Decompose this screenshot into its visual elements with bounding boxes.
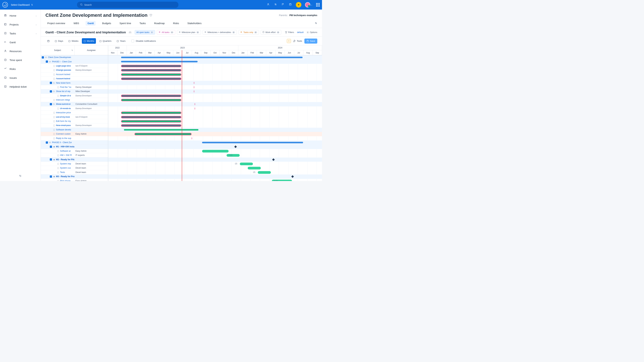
task-row[interactable]: ▢TestsDevel team bbox=[41, 170, 108, 174]
gantt-summary-bar[interactable] bbox=[124, 129, 198, 131]
task-subject[interactable]: Software ar bbox=[60, 150, 71, 152]
task-subject[interactable]: UI needs to bbox=[60, 107, 71, 110]
flag-icon[interactable] bbox=[281, 3, 285, 6]
gantt-row[interactable] bbox=[108, 174, 322, 179]
task-subject[interactable]: Tests bbox=[60, 171, 65, 173]
task-subject[interactable]: PHASE II - Client Zor bbox=[52, 141, 72, 144]
task-subject[interactable]: Account locked bbox=[56, 73, 70, 76]
task-row[interactable]: −🗀Show list of repMike Developer bbox=[41, 89, 108, 93]
collapse-toggle[interactable]: − bbox=[46, 141, 48, 144]
sidebar-item-tasks[interactable]: Tasks⌄ bbox=[0, 29, 40, 38]
task-row[interactable]: ▢Change passwoDanny Developer bbox=[41, 68, 108, 72]
collapse-toggle[interactable]: − bbox=[50, 158, 52, 161]
timescale-days[interactable]: Days bbox=[53, 38, 65, 44]
sliders-icon[interactable] bbox=[274, 3, 278, 6]
gantt-row[interactable] bbox=[108, 89, 322, 93]
gantt-task-bar[interactable] bbox=[121, 124, 181, 127]
sidebar-item-helpdesk-ticket[interactable]: Helpdesk ticket bbox=[0, 82, 40, 91]
task-row[interactable]: ▢Login page desiIan IT Expert bbox=[41, 64, 108, 68]
add-button[interactable]: + bbox=[296, 2, 301, 7]
disable-notifications-checkbox[interactable] bbox=[131, 39, 134, 42]
task-row[interactable]: ▢Account locked bbox=[41, 72, 108, 77]
gantt-task-bar[interactable] bbox=[248, 167, 261, 169]
gantt-task-bar[interactable] bbox=[121, 116, 181, 118]
gantt-timeline[interactable]: 202220232024 NovDecJanFebMarAprMayJunJul… bbox=[108, 45, 322, 181]
collapse-toggle[interactable]: − bbox=[50, 82, 52, 84]
apps-grid-icon[interactable] bbox=[316, 3, 320, 6]
filter-chip-all-tasks[interactable]: All tasks0 bbox=[157, 30, 175, 34]
task-subject[interactable]: Intercom integr bbox=[56, 99, 70, 101]
gantt-row[interactable] bbox=[108, 85, 322, 89]
task-row[interactable]: −⊘Client Zone Developmen bbox=[41, 55, 108, 59]
task-subject[interactable]: M1 - HW+SW installed bbox=[56, 145, 74, 148]
gantt-row[interactable] bbox=[108, 106, 322, 111]
sidebar-item-issues[interactable]: Issues bbox=[0, 73, 40, 82]
collapse-toggle[interactable]: − bbox=[50, 103, 52, 105]
gantt-row[interactable] bbox=[108, 158, 322, 162]
timescale-weeks[interactable]: Weeks bbox=[66, 38, 80, 44]
task-row[interactable]: ▢Simple UI dDanny Developer bbox=[41, 94, 108, 98]
collapse-toggle[interactable]: − bbox=[46, 60, 48, 63]
filter-chip-all-open-tasks[interactable]: All open tasks0 bbox=[135, 30, 155, 34]
task-row[interactable]: −🗀New ticket form bbox=[41, 81, 108, 85]
gantt-summary-bar[interactable] bbox=[121, 61, 198, 62]
sidebar-item-resources[interactable]: Resources bbox=[0, 47, 40, 56]
task-subject[interactable]: Pilot phase bbox=[60, 180, 70, 181]
collapse-toggle[interactable]: − bbox=[50, 175, 52, 178]
task-row[interactable]: ▢New email passDanny Developer bbox=[41, 123, 108, 128]
gantt-marker[interactable] bbox=[194, 86, 194, 88]
favorite-icon[interactable]: ♡ bbox=[150, 13, 152, 17]
task-row[interactable]: −⊘PHASE II - Client Zor bbox=[41, 140, 108, 145]
gantt-marker[interactable] bbox=[194, 82, 194, 84]
tabs-settings-icon[interactable] bbox=[314, 22, 317, 25]
gantt-task-bar[interactable] bbox=[121, 73, 181, 76]
task-subject[interactable]: Edit form for my bbox=[56, 120, 71, 122]
task-row[interactable]: ▢Intercom integr bbox=[41, 98, 108, 102]
task-subject[interactable]: New ticket form bbox=[56, 82, 70, 84]
chevron-down-icon[interactable]: ⌄ bbox=[311, 4, 312, 6]
task-row[interactable]: −◆M3 - Ready for Production bbox=[41, 174, 108, 179]
task-subject[interactable]: Show current cl bbox=[56, 103, 70, 105]
parents-value[interactable]: PM techniques examples bbox=[289, 14, 317, 16]
gantt-task-bar[interactable] bbox=[202, 150, 228, 152]
gantt-marker[interactable] bbox=[192, 137, 192, 139]
tab-wbs[interactable]: WBS bbox=[72, 21, 81, 26]
user-icon[interactable] bbox=[266, 3, 270, 6]
filters-button[interactable]: Filters bbox=[285, 31, 294, 33]
task-subject[interactable]: M3 - Ready for Production bbox=[56, 175, 74, 178]
task-subject[interactable]: M2 - Ready for Pilot bbox=[56, 158, 74, 161]
gantt-task-bar[interactable] bbox=[121, 69, 181, 71]
column-header-subject[interactable]: Subject⇅ bbox=[41, 45, 74, 55]
timescale-years[interactable]: Years bbox=[115, 38, 127, 44]
gantt-task-bar[interactable] bbox=[121, 95, 181, 97]
task-subject[interactable]: List of my invoi bbox=[56, 116, 70, 118]
task-row[interactable]: −🗀Show current clConstantine Consultant bbox=[41, 102, 108, 106]
task-row[interactable]: ▢Reply to the sup bbox=[41, 136, 108, 140]
gantt-row[interactable] bbox=[108, 162, 322, 166]
task-subject[interactable]: Find the "no bbox=[60, 86, 71, 88]
gantt-row[interactable] bbox=[108, 153, 322, 157]
collapse-toggle[interactable]: − bbox=[50, 90, 52, 92]
timescale-quarters[interactable]: Quarters bbox=[98, 38, 113, 44]
collapse-toggle[interactable]: − bbox=[50, 146, 52, 148]
filter-chip-milestone-plan[interactable]: Milestone plan0 bbox=[177, 30, 201, 34]
gantt-row[interactable] bbox=[108, 136, 322, 140]
task-row[interactable]: ▢Connect custonEasy Admin bbox=[41, 132, 108, 136]
gantt-marker[interactable] bbox=[195, 103, 195, 105]
task-subject[interactable]: Client Zone Developmen bbox=[48, 56, 71, 58]
task-subject[interactable]: New email pass bbox=[56, 124, 71, 126]
task-row[interactable]: ▢Interactive price bbox=[41, 111, 108, 115]
gantt-task-bar[interactable] bbox=[121, 120, 181, 122]
collapse-toggle[interactable]: − bbox=[42, 56, 44, 58]
tab-roadmap[interactable]: Roadmap bbox=[152, 21, 166, 26]
task-subject[interactable]: Account locked bbox=[56, 77, 70, 80]
task-row[interactable]: ▢List of my invoiIan IT Expert bbox=[41, 115, 108, 119]
task-row[interactable]: ▢Account locked bbox=[41, 77, 108, 81]
gantt-row[interactable] bbox=[108, 102, 322, 106]
sidebar-item-risks[interactable]: Risks bbox=[0, 64, 40, 73]
sidebar-item-gantt[interactable]: Gantt bbox=[0, 38, 40, 47]
tools-button[interactable]: Tools bbox=[293, 40, 302, 42]
options-button[interactable]: Options bbox=[306, 31, 317, 33]
calendar-jump-button[interactable] bbox=[46, 38, 51, 44]
tab-project-overview[interactable]: Project overview bbox=[46, 21, 67, 26]
